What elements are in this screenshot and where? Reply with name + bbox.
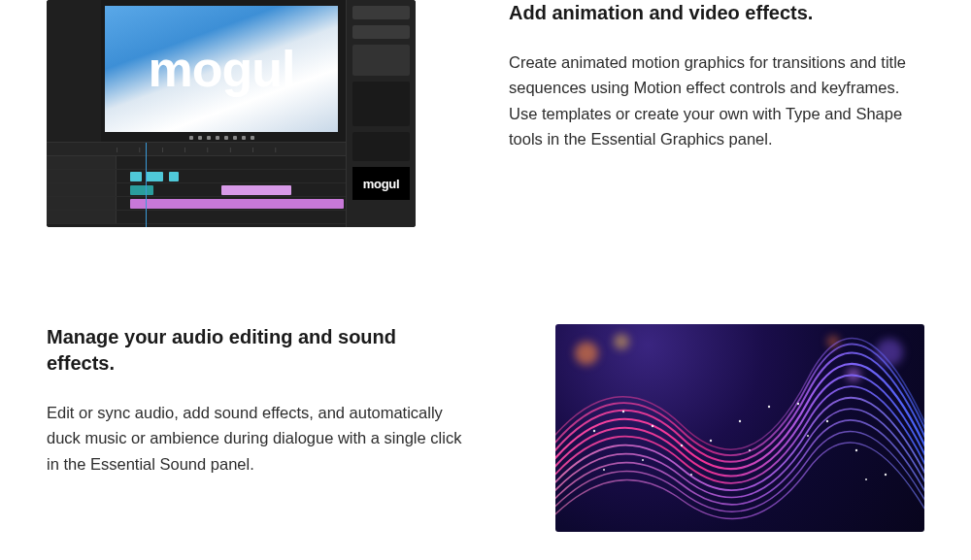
- feature-body: Edit or sync audio, add sound effects, a…: [47, 400, 462, 477]
- editor-preview-panel: mogul: [105, 6, 338, 132]
- video-editor-screenshot: mogul mogul ||||||||: [47, 0, 416, 227]
- feature-image-animation: mogul mogul ||||||||: [47, 0, 416, 227]
- svg-point-12: [642, 459, 644, 461]
- editor-template-thumb: mogul: [352, 167, 410, 200]
- preview-title-text: mogul: [149, 40, 295, 98]
- editor-timeline-panel: ||||||||: [47, 142, 346, 227]
- feature-image-audio: [555, 324, 924, 532]
- svg-point-14: [749, 449, 751, 451]
- feature-text-animation: Add animation and video effects. Create …: [509, 0, 924, 152]
- svg-point-16: [865, 478, 867, 480]
- feature-body: Create animated motion graphics for tran…: [509, 49, 924, 152]
- svg-point-7: [797, 403, 799, 405]
- svg-point-6: [768, 406, 770, 408]
- audio-wave-graphic: [555, 324, 924, 532]
- svg-point-1: [622, 411, 624, 412]
- feature-heading: Add animation and video effects.: [509, 0, 924, 26]
- feature-row-animation: mogul mogul ||||||||: [47, 0, 924, 227]
- svg-point-3: [681, 445, 683, 446]
- svg-point-8: [826, 420, 828, 422]
- svg-point-9: [855, 449, 857, 451]
- timeline-playhead: [146, 143, 147, 227]
- svg-point-10: [885, 474, 887, 476]
- feature-row-audio: Manage your audio editing and sound effe…: [47, 324, 924, 532]
- feature-text-audio: Manage your audio editing and sound effe…: [47, 324, 462, 477]
- svg-point-2: [652, 425, 653, 427]
- svg-point-13: [690, 474, 692, 476]
- svg-point-11: [603, 469, 605, 471]
- svg-point-5: [739, 420, 741, 422]
- svg-point-15: [807, 435, 809, 437]
- svg-point-0: [593, 430, 595, 432]
- editor-essential-graphics-panel: mogul: [346, 0, 416, 227]
- svg-point-4: [710, 440, 712, 442]
- feature-heading: Manage your audio editing and sound effe…: [47, 324, 462, 377]
